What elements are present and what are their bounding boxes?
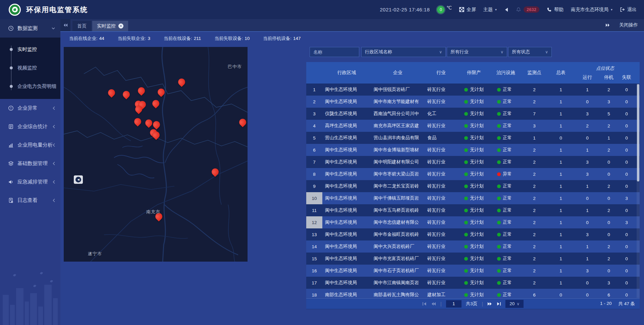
table-row[interactable]: 15阆中生态环境局阆中市光富页岩机砖厂砖瓦行业无计划正常21120	[306, 253, 640, 265]
map-pin[interactable]	[177, 77, 187, 87]
map-pin[interactable]	[151, 99, 161, 109]
logout-button[interactable]: 退出	[620, 7, 637, 13]
chevron-down-icon: ∨	[439, 50, 442, 54]
col-stopped: 停机	[600, 74, 617, 80]
table-row[interactable]: 16阆中生态环境局阆中市石子页岩机砖厂砖瓦行业无计划正常21300	[306, 265, 640, 277]
cell-stopped: 3	[600, 96, 617, 108]
map-pin[interactable]	[154, 212, 164, 222]
cell-stopped: 2	[600, 180, 617, 192]
close-operations-button[interactable]: 关闭操作	[619, 22, 638, 28]
sidebar-item-enterprise-abnormal[interactable]: 企业异常	[0, 99, 60, 117]
table-row[interactable]: 5营山生态环境局营山县润丰肉食品有限食品无计划正常10010	[306, 132, 640, 144]
sidebar-item-power-load-detail[interactable]: 企业电力负荷明细	[0, 77, 60, 96]
map-pin[interactable]	[156, 87, 166, 97]
sidebar-item-basic-data[interactable]: 基础数据管理	[0, 154, 60, 173]
notification-bell[interactable]: 2632	[516, 6, 539, 13]
submenu-label: 视频监控	[17, 65, 37, 71]
cell-stopped: 0	[600, 228, 617, 240]
close-icon[interactable]: ✕	[118, 23, 123, 29]
region-filter-select[interactable]: 行政区域名称 ∨	[361, 47, 446, 57]
status-dot-icon	[497, 100, 501, 104]
panel-collapse-handle[interactable]: ◀	[74, 175, 83, 184]
page-size-select[interactable]: 20 ∨	[505, 300, 524, 308]
table-row[interactable]: 4高坪生态环境局南充市高坪区王家店建砖瓦行业无计划正常31220	[306, 120, 640, 132]
table-row[interactable]: 9阆中生态环境局阆中市二龙长宝页岩砖砖瓦行业无计划正常21120	[306, 180, 640, 192]
industry-filter-select[interactable]: 所有行业 ∨	[447, 47, 507, 57]
select-value: 行政区域名称	[365, 49, 392, 55]
org-dropdown[interactable]: 南充市生态环境局 ▾	[571, 7, 612, 13]
sidebar-item-realtime-monitor[interactable]: 实时监控	[0, 40, 60, 59]
table-row[interactable]: 7阆中生态环境局阆中明阳建材有限公司砖瓦行业无计划正常21300	[306, 156, 640, 168]
map-pin[interactable]	[107, 88, 117, 98]
pagination-summary: 1 - 20 共 47 条	[600, 301, 640, 307]
map-pin[interactable]	[210, 167, 220, 177]
map-pin[interactable]	[121, 90, 131, 100]
col-index	[306, 62, 322, 84]
table-row[interactable]: 8阆中生态环境局阆中市枣碧大梁山页岩砖瓦行业无计划异常21300	[306, 168, 640, 180]
table-row[interactable]: 14阆中生态环境局阆中大兴页岩机砖厂砖瓦行业无计划正常21120	[306, 240, 640, 253]
mute-speaker-icon[interactable]	[504, 7, 508, 12]
sidebar-item-video-monitor[interactable]: 视频监控	[0, 59, 60, 77]
name-filter-input[interactable]	[310, 47, 359, 57]
last-page-button[interactable]	[497, 302, 501, 306]
map-pin[interactable]	[133, 117, 143, 127]
status-dot-icon	[464, 269, 468, 273]
table-row[interactable]: 6阆中生态环境局阆中市金博瑞新型墙材砖瓦行业无计划正常21120	[306, 144, 640, 156]
tab-realtime-monitor[interactable]: 实时监控 ✕	[92, 21, 128, 31]
chevron-down-icon: ▾	[495, 8, 497, 11]
map-pin[interactable]	[238, 117, 248, 127]
next-page-button[interactable]	[487, 302, 492, 306]
sidebar-item-label: 企业用电量分析	[17, 142, 53, 148]
cell-total-meters: 1	[547, 120, 574, 132]
col-disconnected: 失联	[617, 74, 636, 80]
table-row[interactable]: 13阆中生态环境局阆中市金福旺页岩机砖砖瓦行业无计划正常21300	[306, 228, 640, 240]
cell-running: 0	[574, 289, 600, 298]
sidebar-submenu: 实时监控 视频监控 企业电力负荷明细	[0, 38, 60, 99]
scrollbar-thumb[interactable]	[637, 84, 639, 181]
help-button[interactable]: 帮助	[547, 7, 564, 13]
cell-region: 阆中生态环境局	[322, 168, 371, 180]
first-page-button[interactable]	[422, 302, 427, 306]
cell-monitor-points: 6	[521, 289, 547, 298]
sidebar-group-label: 数据监测	[17, 25, 38, 32]
sidebar-item-log-view[interactable]: 日志查看	[0, 191, 60, 210]
status-dot-icon	[497, 281, 501, 285]
page-number-input[interactable]	[446, 300, 462, 308]
status-dot-icon	[497, 112, 501, 116]
table-row[interactable]: 3仪陇生态环境局西南油气田分公司川中化工无计划正常71350	[306, 108, 640, 120]
table-row[interactable]: 10阆中生态环境局阆中千佛镇五郎垭页岩砖瓦行业无计划正常21003	[306, 192, 640, 204]
table-row[interactable]: 1阆中生态环境局阆中强锐页岩砖厂砖瓦行业无计划正常21120	[306, 84, 640, 96]
tabs-scroll-left-button[interactable]	[60, 19, 70, 31]
status-filter-select[interactable]: 所有状态 ∨	[508, 47, 552, 57]
cell-running: 0	[574, 132, 600, 144]
table-row[interactable]: 2阆中生态环境局阆中市南方节能建材有砖瓦行业无计划正常21030	[306, 96, 640, 108]
cell-disconnected: 0	[617, 156, 636, 168]
map-pin[interactable]	[137, 86, 147, 96]
sidebar-item-enterprise-statistics[interactable]: 企业综合统计	[0, 117, 60, 136]
logout-icon	[620, 7, 625, 12]
map-pin[interactable]	[144, 118, 154, 128]
cell-total-meters: 1	[547, 84, 574, 96]
cell-running: 3	[574, 228, 600, 240]
table-row[interactable]: 17阆中生态环境局阆中市江南镇阆南页岩砖瓦行业无计划正常21030	[306, 277, 640, 289]
sidebar-item-power-analysis[interactable]: 企业用电量分析	[0, 136, 60, 154]
table-row[interactable]: 18南部生态环境局南部县砖瓦土陶有限公建材加工无计划正常60060	[306, 289, 640, 298]
sidebar-item-emergency-reduction[interactable]: 应急减排管理	[0, 173, 60, 191]
tab-bar: 首页 实时监控 ✕ 关闭操作	[60, 19, 644, 32]
cell-disconnected: 3	[617, 192, 636, 204]
row-index: 12	[306, 216, 322, 228]
map-panel[interactable]: 巴中市南充市遂宁市 ◀	[64, 47, 248, 262]
table-scrollbar[interactable]	[637, 84, 640, 298]
theme-dropdown[interactable]: 主题 ▾	[483, 7, 497, 13]
tab-home[interactable]: 首页	[72, 21, 91, 31]
fullscreen-button[interactable]: 全屏	[459, 7, 476, 13]
report-icon	[8, 124, 14, 129]
prev-page-button[interactable]	[431, 302, 436, 306]
table-row[interactable]: 11阆中生态环境局阆中市五马桥页岩机砖砖瓦行业无计划正常21120	[306, 204, 640, 216]
status-dot-icon	[464, 148, 468, 152]
chevron-down-icon: ∨	[500, 50, 503, 54]
map-pin[interactable]	[152, 120, 162, 130]
sidebar-item-data-monitor[interactable]: 数据监测	[0, 19, 60, 38]
table-row[interactable]: 12阆中生态环境局阆中市忠信建材有限公砖瓦行业无计划正常21003	[306, 216, 640, 228]
tabs-scroll-right-button[interactable]	[605, 23, 610, 27]
